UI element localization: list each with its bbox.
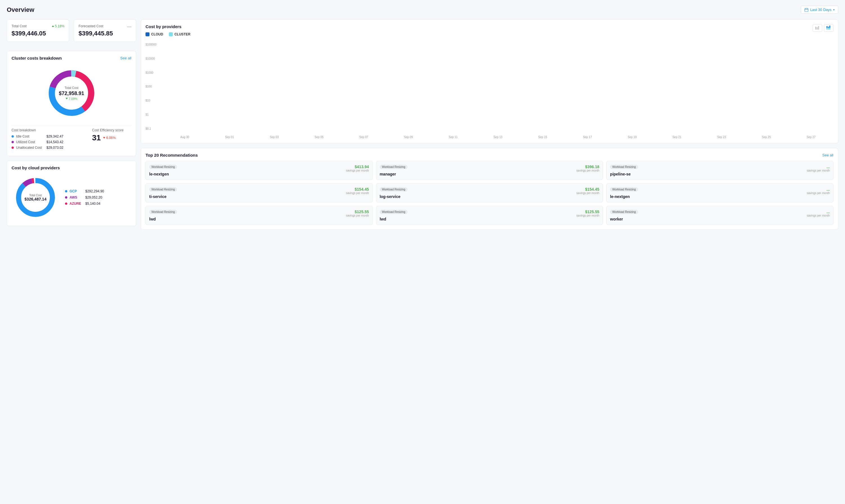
efficiency-trend-icon [103,137,105,139]
donut-center-value: $72,958.91 [59,91,84,96]
reco-savings-value: $413.94 [346,164,369,169]
reco-savings-section: $154.45 savings per month [346,187,369,195]
calendar-icon [805,8,808,12]
total-cost-label: Total Cost [12,24,27,28]
date-filter-label: Last 30 Days [810,7,831,12]
reco-see-all-link[interactable]: See all [822,153,833,157]
cloud-donut-center: Total Cost $326,487.14 [24,194,47,201]
legend-dot [12,146,14,149]
total-cost-value: $399,446.05 [12,30,65,37]
legend-dot [12,141,14,143]
reco-tag: Workload Resizing [610,165,638,169]
x-axis-label: Sep 03 [252,136,297,139]
chart-legend-dot [169,32,173,36]
reco-savings-value: ... [807,164,830,169]
forecasted-cost-label: Forecasted Cost [79,24,103,28]
recommendation-card[interactable]: Workload Resizing le-nextgen $413.94 sav… [145,161,373,180]
recommendation-card[interactable]: Workload Resizing le-nextgen ... savings… [606,183,833,202]
stacked-bar-icon [826,25,831,30]
page-title: Overview [7,6,34,14]
legend-value: $29,342.47 [47,134,63,138]
x-axis-label: Sep 21 [654,136,699,139]
bar-chart-icon [815,25,820,30]
reco-savings-label: savings per month [346,214,369,217]
trend-down-icon [66,98,68,100]
recommendations-card: Top 20 Recommendations See all Workload … [141,148,838,230]
recommendation-card[interactable]: Workload Resizing lwd $125.55 savings pe… [145,206,373,225]
reco-tag: Workload Resizing [380,187,408,192]
recommendation-card[interactable]: Workload Resizing lwd $125.55 savings pe… [376,206,603,225]
legend-item: Unallocated Cost $29,073.02 [12,146,63,150]
reco-savings-label: savings per month [346,169,369,172]
reco-name: pipeline-se [610,172,638,176]
reco-savings-value: $154.45 [346,187,369,192]
x-axis-label: Sep 05 [297,136,342,139]
reco-name: le-nextgen [610,194,638,199]
legend-value: $29,073.02 [47,146,63,150]
reco-savings-section: $125.55 savings per month [576,210,600,217]
svg-rect-16 [828,27,829,28]
total-cost-card: Total Cost 5.18% $399,446.05 [7,19,69,42]
donut-center-label: Total Cost [59,86,84,89]
chart-legend-label: CLOUD [151,32,163,36]
reco-tag: Workload Resizing [149,165,177,169]
chart-bars [162,43,833,130]
legend-item: Utilized Cost $14,543.42 [12,140,63,144]
reco-savings-label: savings per month [807,192,830,195]
reco-savings-label: savings per month [576,214,600,217]
recommendation-card[interactable]: Workload Resizing pipeline-se ... saving… [606,161,833,180]
chart-x-axis: Aug 30Sep 01Sep 03Sep 05Sep 07Sep 09Sep … [162,136,833,139]
forecasted-cost-value: $399,445.85 [79,30,132,37]
reco-savings-label: savings per month [576,169,600,172]
reco-name: lwd [149,217,177,221]
efficiency-change: 6.06% [103,136,116,140]
reco-name: log-service [380,194,408,199]
reco-savings-section: $396.18 savings per month [576,164,600,172]
cluster-breakdown-card: Cluster costs breakdown See all [7,51,136,156]
trend-up-icon [52,25,54,27]
reco-tag: Workload Resizing [149,210,177,214]
legend-name: Utilized Cost [16,140,44,144]
reco-name: manager [380,172,408,176]
reco-savings-section: $413.94 savings per month [346,164,369,172]
cloud-legend-item: AWS $29,052.20 [65,196,104,199]
cloud-legend-dot [65,196,67,199]
chart-bar-grouped-button[interactable] [813,24,822,32]
recommendation-card[interactable]: Workload Resizing manager $396.18 saving… [376,161,603,180]
cloud-providers-title: Cost by cloud providers [12,165,132,170]
chart-plot-area: $100000 $10000 $1000 $100 $10 $1 $0.1 Au… [145,43,833,139]
reco-tag: Workload Resizing [149,187,177,192]
x-axis-label: Sep 27 [789,136,833,139]
reco-savings-section: $125.55 savings per month [346,210,369,217]
reco-savings-value: ... [807,187,830,192]
cloud-legend-item: AZURE $5,140.04 [65,202,104,205]
cloud-legend-value: $29,052.20 [85,196,102,199]
chart-bar-stacked-button[interactable] [824,24,833,32]
date-filter-button[interactable]: Last 30 Days ▾ [801,6,838,14]
reco-savings-section: $154.45 savings per month [576,187,600,195]
cloud-donut-value: $326,487.14 [24,197,47,201]
reco-savings-label: savings per month [576,192,600,195]
legend-name: Idle Cost [16,134,44,138]
svg-rect-17 [828,28,829,30]
cloud-legend-name: AZURE [70,202,83,205]
cloud-providers-card: Cost by cloud providers Total Cost [7,161,136,226]
reco-savings-label: savings per month [807,169,830,172]
recommendation-card[interactable]: Workload Resizing worker ... savings per… [606,206,833,225]
cloud-legend-value: $5,140.04 [85,202,100,205]
reco-savings-label: savings per month [807,214,830,217]
svg-rect-12 [816,27,818,30]
x-axis-label: Sep 11 [431,136,476,139]
cluster-breakdown-title: Cluster costs breakdown [12,56,62,60]
reco-tag: Workload Resizing [380,165,408,169]
x-axis-label: Sep 17 [565,136,610,139]
svg-rect-19 [829,28,830,30]
cluster-see-all-link[interactable]: See all [120,56,132,60]
reco-name: ti-service [149,194,177,199]
svg-rect-14 [826,26,828,28]
recommendation-card[interactable]: Workload Resizing ti-service $154.45 sav… [145,183,373,202]
x-axis-label: Sep 23 [699,136,744,139]
recommendation-card[interactable]: Workload Resizing log-service $154.45 sa… [376,183,603,202]
x-axis-label: Sep 09 [386,136,431,139]
reco-title: Top 20 Recommendations [145,153,198,158]
